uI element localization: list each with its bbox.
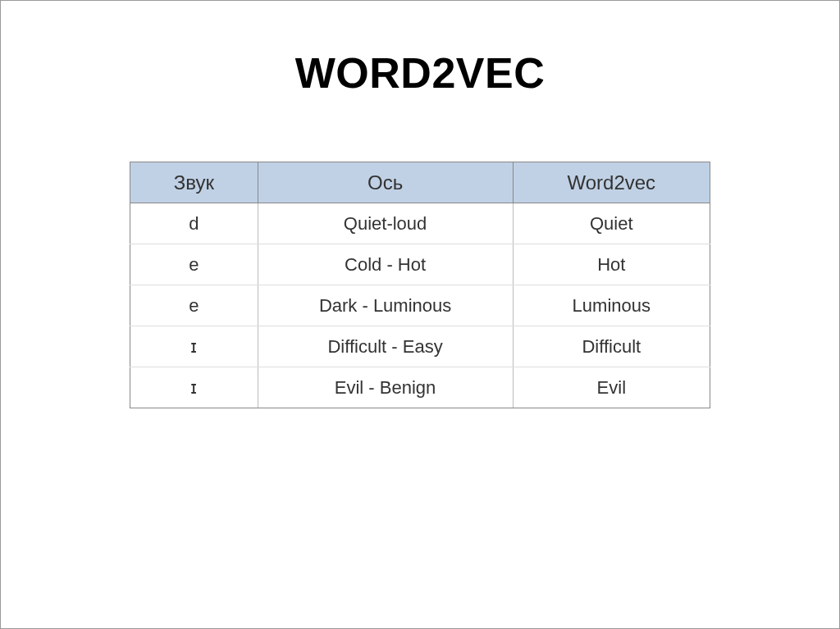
- cell-axis: Dark - Luminous: [258, 285, 513, 326]
- header-word2vec: Word2vec: [513, 162, 710, 203]
- cell-sound: e: [130, 285, 258, 326]
- cell-sound: ɪ: [130, 326, 258, 367]
- cell-sound: ɪ: [130, 367, 258, 408]
- cell-word2vec: Hot: [513, 244, 710, 285]
- table-row: ɪ Evil - Benign Evil: [130, 367, 710, 408]
- cell-axis: Difficult - Easy: [258, 326, 513, 367]
- cell-sound: e: [130, 244, 258, 285]
- slide: WORD2VEC Звук Ось Word2vec d Quiet-loud …: [1, 1, 839, 628]
- page-title: WORD2VEC: [1, 48, 839, 98]
- cell-word2vec: Difficult: [513, 326, 710, 367]
- cell-word2vec: Quiet: [513, 203, 710, 244]
- cell-word2vec: Luminous: [513, 285, 710, 326]
- cell-axis: Evil - Benign: [258, 367, 513, 408]
- header-sound: Звук: [130, 162, 258, 203]
- cell-word2vec: Evil: [513, 367, 710, 408]
- cell-axis: Cold - Hot: [258, 244, 513, 285]
- header-axis: Ось: [258, 162, 513, 203]
- table-row: d Quiet-loud Quiet: [130, 203, 710, 244]
- table-row: e Dark - Luminous Luminous: [130, 285, 710, 326]
- cell-sound: d: [130, 203, 258, 244]
- data-table: Звук Ось Word2vec d Quiet-loud Quiet e C…: [130, 162, 710, 408]
- table-row: ɪ Difficult - Easy Difficult: [130, 326, 710, 367]
- cell-axis: Quiet-loud: [258, 203, 513, 244]
- table-container: Звук Ось Word2vec d Quiet-loud Quiet e C…: [1, 162, 839, 408]
- table-row: e Cold - Hot Hot: [130, 244, 710, 285]
- table-header-row: Звук Ось Word2vec: [130, 162, 710, 203]
